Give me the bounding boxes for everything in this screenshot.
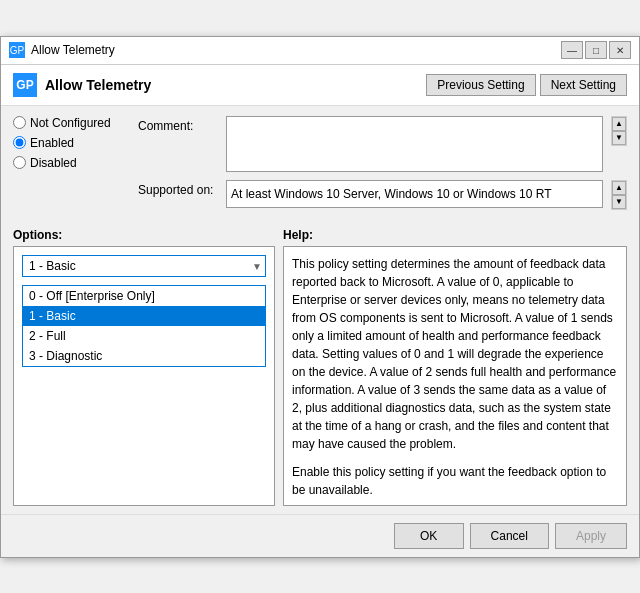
dropdown-item-0[interactable]: 0 - Off [Enterprise Only] [23,286,265,306]
dropdown-item-1[interactable]: 1 - Basic [23,306,265,326]
scroll-up-arrow[interactable]: ▲ [612,117,626,131]
section-labels: Options: Help: [13,228,627,242]
ok-button[interactable]: OK [394,523,464,549]
title-bar-left: GP Allow Telemetry [9,42,115,58]
radio-group: Not Configured Enabled Disabled [13,116,128,170]
options-panel: 1 - Basic ▼ 0 - Off [Enterprise Only] 1 … [13,246,275,506]
help-panel: This policy setting determines the amoun… [283,246,627,506]
apply-button[interactable]: Apply [555,523,627,549]
dropdown-list: 0 - Off [Enterprise Only] 1 - Basic 2 - … [22,285,266,367]
supported-scrollbar: ▲ ▼ [611,180,627,210]
comment-input[interactable] [226,116,603,172]
dropdown-item-2[interactable]: 2 - Full [23,326,265,346]
dialog-body: Not Configured Enabled Disabled Comment:… [1,106,639,228]
help-paragraph-0: This policy setting determines the amoun… [292,255,618,453]
bottom-section: Options: Help: 1 - Basic ▼ 0 - Off [Ente… [1,228,639,514]
comment-scrollbar: ▲ ▼ [611,116,627,146]
dialog-header-left: GP Allow Telemetry [13,73,151,97]
enabled-option[interactable]: Enabled [13,136,128,150]
title-bar-controls: — □ ✕ [561,41,631,59]
disabled-label: Disabled [30,156,77,170]
minimize-button[interactable]: — [561,41,583,59]
not-configured-radio[interactable] [13,116,26,129]
title-bar: GP Allow Telemetry — □ ✕ [1,37,639,65]
supported-row: Supported on: At least Windows 10 Server… [138,180,627,210]
scroll-down-arrow[interactable]: ▼ [612,131,626,145]
dialog-footer: OK Cancel Apply [1,514,639,557]
not-configured-option[interactable]: Not Configured [13,116,128,130]
left-panel: Not Configured Enabled Disabled [13,116,128,218]
comment-row: Comment: ▲ ▼ [138,116,627,172]
disabled-radio[interactable] [13,156,26,169]
close-button[interactable]: ✕ [609,41,631,59]
enabled-label: Enabled [30,136,74,150]
main-window: GP Allow Telemetry — □ ✕ GP Allow Teleme… [0,36,640,558]
enabled-radio[interactable] [13,136,26,149]
telemetry-dropdown[interactable]: 1 - Basic [22,255,266,277]
panels-row: 1 - Basic ▼ 0 - Off [Enterprise Only] 1 … [13,246,627,506]
supported-value: At least Windows 10 Server, Windows 10 o… [226,180,603,208]
options-section-label: Options: [13,228,283,242]
help-paragraph-1: Enable this policy setting if you want t… [292,463,618,499]
dialog-title: Allow Telemetry [45,77,151,93]
window-title: Allow Telemetry [31,43,115,57]
header-buttons: Previous Setting Next Setting [426,74,627,96]
help-section-label: Help: [283,228,627,242]
dropdown-item-3[interactable]: 3 - Diagnostic [23,346,265,366]
cancel-button[interactable]: Cancel [470,523,549,549]
not-configured-label: Not Configured [30,116,111,130]
supported-label: Supported on: [138,180,218,197]
right-panel: Comment: ▲ ▼ Supported on: At least Wind… [138,116,627,218]
supported-scroll-up[interactable]: ▲ [612,181,626,195]
policy-icon: GP [13,73,37,97]
dialog-header: GP Allow Telemetry Previous Setting Next… [1,65,639,106]
select-wrapper: 1 - Basic ▼ [22,255,266,277]
comment-label: Comment: [138,116,218,133]
supported-scroll-down[interactable]: ▼ [612,195,626,209]
next-setting-button[interactable]: Next Setting [540,74,627,96]
window-icon: GP [9,42,25,58]
maximize-button[interactable]: □ [585,41,607,59]
previous-setting-button[interactable]: Previous Setting [426,74,535,96]
disabled-option[interactable]: Disabled [13,156,128,170]
